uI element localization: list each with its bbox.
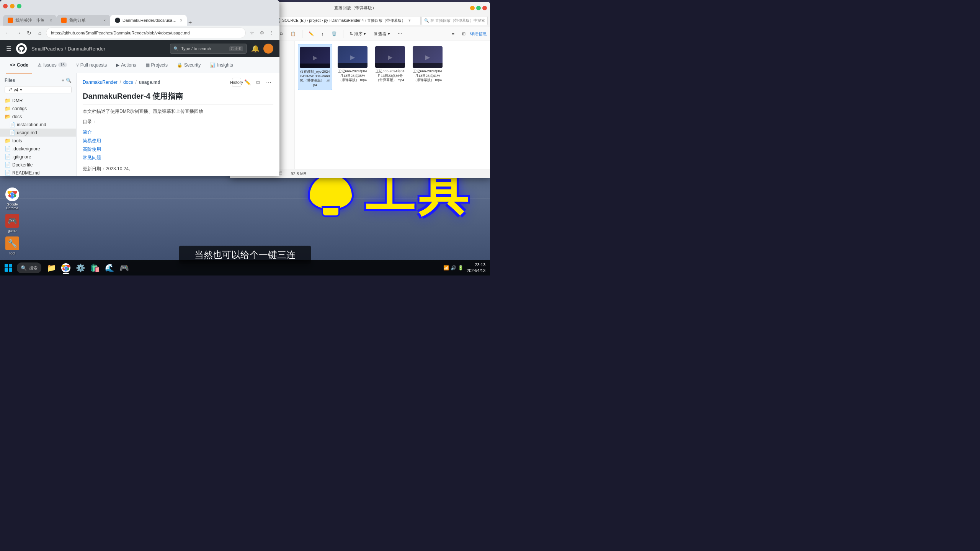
explorer-address-bar[interactable]: 💽 SOURCE (E:) › project › py › DanmakuRe…: [272, 16, 421, 25]
system-clock[interactable]: 23:13 2024/4/13: [467, 262, 485, 274]
add-file-btn[interactable]: +: [62, 78, 64, 83]
reload-button[interactable]: ↻: [24, 28, 34, 37]
browser-max-btn[interactable]: [17, 4, 21, 8]
file-item-4[interactable]: ▶ 王记666-2024年04月13日23点41分（带弹幕版）.mp4: [410, 44, 445, 90]
file-item-1[interactable]: ▶ 仅在录制_wjc-20240413-241334-Pan001（带弹幕版）_…: [298, 44, 332, 90]
folder-docs[interactable]: 📂 docs: [0, 112, 76, 121]
toolbar-rename-btn[interactable]: ✏️: [305, 30, 317, 37]
file-item-3[interactable]: ▶ 王记666-2024年04月13日23点36分（带弹幕版）.mp4: [373, 44, 407, 90]
desktop-icon-tool[interactable]: 🔧 tool: [2, 235, 23, 257]
user-avatar[interactable]: [263, 44, 273, 54]
tab-close-3[interactable]: ×: [180, 18, 182, 23]
security-icon: 🔒: [177, 62, 183, 68]
github-logo[interactable]: [16, 43, 27, 54]
toc-simple[interactable]: 简易使用: [83, 137, 273, 145]
file-item-2[interactable]: ▶ 王记666-2024年04月13日23点35分（带弹幕版）.mp4: [335, 44, 370, 90]
nav-actions[interactable]: ▶ Actions: [112, 57, 140, 73]
explorer-min-btn[interactable]: [470, 6, 475, 10]
file-readme[interactable]: 📄 README.md: [0, 169, 76, 176]
browser-tab-2[interactable]: 我的订单 ×: [57, 15, 110, 26]
taskbar-app-store[interactable]: 🛍️: [88, 261, 102, 275]
repo-nav: <> Code ⚠ Issues 15 ⑂ Pull requests ▶ Ac…: [0, 57, 279, 73]
new-tab-button[interactable]: +: [188, 20, 192, 26]
search-hint: 在 直播回放（带弹幕版）中搜索: [430, 18, 485, 23]
more-icon[interactable]: ⋯: [264, 78, 273, 87]
github-header: ☰ SmallPeaches / DanmakuRender 🔍 Type / …: [0, 40, 279, 57]
folder-dmr[interactable]: 📁 DMR: [0, 96, 76, 104]
breadcrumb-repo-link[interactable]: DanmakuRender: [83, 80, 118, 85]
home-button[interactable]: ⌂: [35, 28, 44, 37]
taskbar-app-chrome[interactable]: [59, 261, 73, 275]
forward-button[interactable]: →: [14, 28, 23, 37]
browser-close-btn[interactable]: [3, 4, 8, 8]
view-grid-btn[interactable]: ⊞: [459, 30, 469, 37]
network-tray-icon[interactable]: 📶: [443, 265, 449, 271]
taskbar-app-settings[interactable]: ⚙️: [74, 261, 87, 275]
explorer-search-box[interactable]: 🔍 在 直播回放（带弹幕版）中搜索: [421, 16, 488, 25]
tab-close-2[interactable]: ×: [103, 18, 106, 23]
hamburger-icon[interactable]: ☰: [6, 45, 11, 52]
taskbar-app-steam[interactable]: 🎮: [117, 261, 131, 275]
toolbar-more-btn[interactable]: ⋯: [395, 30, 405, 37]
explorer-max-btn[interactable]: [476, 6, 481, 10]
nav-insights[interactable]: 📊 Insights: [206, 57, 237, 73]
nav-pulls[interactable]: ⑂ Pull requests: [72, 57, 111, 73]
windows-logo: [5, 264, 12, 272]
search-files-btn[interactable]: 🔍: [66, 78, 72, 83]
history-button[interactable]: History: [232, 78, 241, 87]
nav-issues[interactable]: ⚠ Issues 15: [34, 57, 71, 73]
taskbar-app-explorer[interactable]: 📁: [44, 261, 58, 275]
tab-label-1: 我的关注 - 斗鱼: [15, 18, 47, 23]
nav-security[interactable]: 🔒 Security: [173, 57, 204, 73]
volume-tray-icon[interactable]: 🔊: [451, 265, 456, 271]
extensions-btn[interactable]: ⚙: [257, 28, 266, 37]
browser-min-btn[interactable]: [10, 4, 15, 8]
doc-description: 本文档描述了使用DMR录制直播、渲染弹幕和上传直播回放: [83, 108, 273, 115]
nav-code[interactable]: <> Code: [6, 57, 32, 73]
github-search[interactable]: 🔍 Type / to search Ctrl+K: [170, 44, 247, 54]
chrome-icon: [5, 187, 19, 201]
desktop-icon-chrome[interactable]: Google Chrome: [2, 186, 23, 212]
file-gitignore[interactable]: 📄 .gitignore: [0, 153, 76, 161]
file-usage[interactable]: 📄 usage.md: [0, 129, 76, 137]
start-button[interactable]: [2, 261, 15, 275]
github-sidebar: Files + 🔍 ⎇ v4 ▾ 📁 DMR: [0, 73, 77, 176]
toolbar-sort-btn[interactable]: ⇅ 排序 ▾: [346, 30, 369, 38]
detail-panel-toggle[interactable]: 详细信息: [470, 31, 487, 37]
file-installation[interactable]: 📄 installation.md: [0, 121, 76, 129]
browser-tab-3[interactable]: DanmakuRender/docs/usage.m... ×: [110, 15, 187, 26]
more-btn[interactable]: ⋮: [267, 28, 276, 37]
branch-dropdown[interactable]: ⎇ v4 ▾: [5, 86, 72, 93]
folder-tools[interactable]: 📁 tools: [0, 137, 76, 145]
doc-updated: 更新日期：2023.10.24。: [83, 165, 273, 173]
browser-tab-1[interactable]: 我的关注 - 斗鱼 ×: [3, 15, 57, 26]
taskbar-search[interactable]: 🔍 搜索: [17, 262, 41, 273]
file-dockerignore[interactable]: 📄 .dockerignore: [0, 145, 76, 153]
gh-user-link[interactable]: SmallPeaches: [31, 46, 63, 52]
nav-projects[interactable]: ▦ Projects: [142, 57, 172, 73]
toolbar-share-btn[interactable]: ↑: [318, 31, 327, 37]
file-dockerfile[interactable]: 📄 Dockerfile: [0, 161, 76, 169]
bookmark-btn[interactable]: ☆: [247, 28, 256, 37]
notifications-btn[interactable]: 🔔: [251, 44, 260, 53]
gh-repo-link[interactable]: DanmakuRender: [68, 46, 105, 52]
url-bar[interactable]: https://github.com/SmallPeaches/DanmakuR…: [46, 28, 246, 38]
toolbar-delete-btn[interactable]: 🗑️: [328, 30, 340, 37]
explorer-close-btn[interactable]: [482, 6, 487, 10]
tab-favicon-2: [61, 18, 67, 23]
paste-icon: 📋: [291, 31, 296, 36]
tab-close-1[interactable]: ×: [50, 18, 52, 23]
desktop-icon-game[interactable]: 🎮 game: [2, 212, 23, 234]
copy-icon[interactable]: ⧉: [253, 78, 263, 87]
taskbar-app-edge[interactable]: 🌊: [103, 261, 116, 275]
toolbar-view-btn[interactable]: ⊞ 查看 ▾: [371, 30, 393, 38]
edit-icon[interactable]: ✏️: [243, 78, 252, 87]
folder-configs[interactable]: 📁 configs: [0, 104, 76, 112]
toc-intro[interactable]: 简介: [83, 129, 273, 136]
breadcrumb-docs-link[interactable]: docs: [123, 80, 133, 85]
view-details-btn[interactable]: ≡: [449, 31, 457, 37]
toolbar-paste-btn[interactable]: 📋: [287, 30, 299, 37]
toc-advanced[interactable]: 高阶使用: [83, 146, 273, 153]
toc-faq[interactable]: 常见问题: [83, 154, 273, 161]
back-button[interactable]: ←: [3, 28, 12, 37]
